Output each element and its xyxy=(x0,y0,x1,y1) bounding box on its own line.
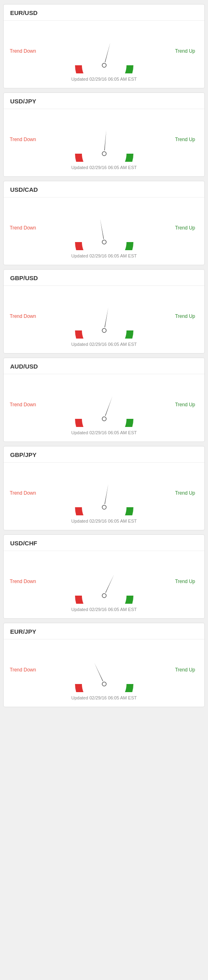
card-title-gbp-usd: GBP/USD xyxy=(4,274,204,286)
gauge-svg-gbp-usd xyxy=(38,294,170,339)
trend-down-label-usd-jpy: Trend Down xyxy=(8,137,38,142)
gauge-card-gbp-jpy: GBP/JPY Trend Down Trend Up Updated 02/2… xyxy=(3,446,205,530)
svg-point-12 xyxy=(83,397,126,427)
trend-down-label-gbp-usd: Trend Down xyxy=(8,313,38,319)
gauge-area-usd-jpy: Trend Down Trend Up xyxy=(4,113,204,162)
trend-up-label-eur-usd: Trend Up xyxy=(170,48,200,54)
trend-down-label-usd-cad: Trend Down xyxy=(8,225,38,231)
trend-up-label-aud-usd: Trend Up xyxy=(170,402,200,407)
gauge-area-eur-usd: Trend Down Trend Up xyxy=(4,25,204,73)
gauge-svg-gbp-jpy xyxy=(38,471,170,515)
updated-text-eur-usd: Updated 02/29/16 06:05 AM EST xyxy=(4,77,204,81)
card-title-aud-usd: AUD/USD xyxy=(4,363,204,374)
gauge-card-usd-jpy: USD/JPY Trend Down Trend Up Updated 02/2… xyxy=(3,92,205,177)
gauge-area-usd-chf: Trend Down Trend Up xyxy=(4,555,204,604)
updated-text-gbp-jpy: Updated 02/29/16 06:05 AM EST xyxy=(4,519,204,523)
card-title-eur-usd: EUR/USD xyxy=(4,9,204,21)
svg-point-14 xyxy=(102,417,106,421)
updated-text-gbp-usd: Updated 02/29/16 06:05 AM EST xyxy=(4,342,204,347)
trend-down-label-usd-chf: Trend Down xyxy=(8,579,38,584)
updated-text-usd-chf: Updated 02/29/16 06:05 AM EST xyxy=(4,607,204,612)
updated-text-usd-cad: Updated 02/29/16 06:05 AM EST xyxy=(4,253,204,258)
trend-up-label-usd-jpy: Trend Up xyxy=(170,137,200,142)
trend-up-label-eur-jpy: Trend Up xyxy=(170,667,200,673)
gauge-card-eur-usd: EUR/USD Trend Down Trend Up Updated 02/2… xyxy=(3,4,205,88)
gauge-card-aud-usd: AUD/USD Trend Down Trend Up Updated 02/2… xyxy=(3,358,205,442)
svg-point-8 xyxy=(102,240,106,244)
svg-point-6 xyxy=(83,221,126,250)
svg-point-0 xyxy=(83,44,126,73)
svg-point-5 xyxy=(102,152,106,156)
gauge-svg-eur-jpy xyxy=(38,648,170,692)
svg-point-15 xyxy=(83,486,126,515)
card-title-eur-jpy: EUR/JPY xyxy=(4,628,204,639)
gauge-svg-aud-usd xyxy=(38,382,170,427)
card-title-usd-jpy: USD/JPY xyxy=(4,98,204,109)
trend-down-label-gbp-jpy: Trend Down xyxy=(8,490,38,496)
gauge-card-eur-jpy: EUR/JPY Trend Down Trend Up Updated 02/2… xyxy=(3,623,205,707)
gauge-svg-usd-cad xyxy=(38,206,170,250)
gauge-area-aud-usd: Trend Down Trend Up xyxy=(4,378,204,427)
card-title-usd-cad: USD/CAD xyxy=(4,186,204,197)
svg-point-11 xyxy=(102,328,106,332)
gauge-card-gbp-usd: GBP/USD Trend Down Trend Up Updated 02/2… xyxy=(3,269,205,354)
gauge-card-usd-cad: USD/CAD Trend Down Trend Up Updated 02/2… xyxy=(3,181,205,265)
svg-point-2 xyxy=(102,63,106,67)
trend-down-label-eur-usd: Trend Down xyxy=(8,48,38,54)
trend-up-label-usd-chf: Trend Up xyxy=(170,579,200,584)
svg-point-9 xyxy=(83,309,126,339)
svg-point-17 xyxy=(102,505,106,509)
gauge-svg-usd-jpy xyxy=(38,117,170,162)
trend-up-label-gbp-jpy: Trend Up xyxy=(170,490,200,496)
trend-up-label-usd-cad: Trend Up xyxy=(170,225,200,231)
trend-up-label-gbp-usd: Trend Up xyxy=(170,313,200,319)
svg-point-23 xyxy=(102,682,106,686)
gauge-svg-eur-usd xyxy=(38,29,170,73)
card-title-usd-chf: USD/CHF xyxy=(4,540,204,551)
gauge-area-gbp-usd: Trend Down Trend Up xyxy=(4,290,204,339)
gauge-card-usd-chf: USD/CHF Trend Down Trend Up Updated 02/2… xyxy=(3,534,205,619)
gauge-svg-usd-chf xyxy=(38,559,170,604)
card-title-gbp-jpy: GBP/JPY xyxy=(4,451,204,463)
updated-text-aud-usd: Updated 02/29/16 06:05 AM EST xyxy=(4,430,204,435)
svg-point-21 xyxy=(83,663,126,692)
svg-point-3 xyxy=(83,132,126,162)
trend-down-label-aud-usd: Trend Down xyxy=(8,402,38,407)
gauge-area-gbp-jpy: Trend Down Trend Up xyxy=(4,467,204,515)
trend-down-label-eur-jpy: Trend Down xyxy=(8,667,38,673)
svg-point-18 xyxy=(83,574,126,604)
gauge-area-eur-jpy: Trend Down Trend Up xyxy=(4,643,204,692)
svg-point-20 xyxy=(102,594,106,598)
updated-text-usd-jpy: Updated 02/29/16 06:05 AM EST xyxy=(4,165,204,170)
gauge-area-usd-cad: Trend Down Trend Up xyxy=(4,202,204,250)
updated-text-eur-jpy: Updated 02/29/16 06:05 AM EST xyxy=(4,695,204,700)
